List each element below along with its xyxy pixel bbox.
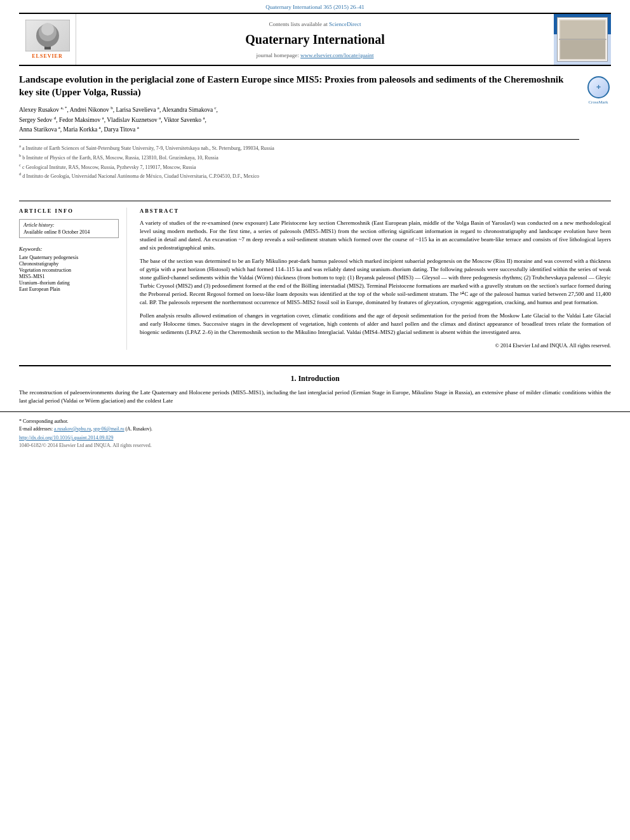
journal-homepage: journal homepage: www.elsevier.com/locat… [89,52,541,58]
introduction-section: 1. Introduction The reconstruction of pa… [0,374,630,405]
abstract-paragraph-2: The base of the section was determined t… [140,257,611,307]
journal-citation: Quaternary International 365 (2015) 26–4… [0,0,630,13]
affiliation-d: d d Instituto de Geología, Universidad N… [19,171,579,180]
science-direct-link[interactable]: ScienceDirect [329,21,361,27]
author-email-link-2[interactable]: spp-06@mail.ru [93,426,124,432]
affiliation-b: b b Institute of Physics of the Earth, R… [19,152,579,162]
journal-cover-image [559,19,607,60]
crossmark-badge: ✛ [587,76,610,98]
introduction-text: The reconstruction of paleoenvironments … [19,389,611,405]
crossmark-section[interactable]: ✛ CrossMark [586,74,611,187]
corresponding-author-note: * Corresponding author. [19,418,611,424]
header-thumbnail [557,17,608,62]
keyword-6: East European Plain [19,286,119,292]
two-column-layout: ARTICLE INFO Article history: Available … [19,201,611,350]
keyword-1: Late Quaternary pedogenesis [19,255,119,260]
elsevier-logo: ELSEVIER [19,14,76,65]
tree-icon [25,20,70,51]
svg-rect-7 [560,40,605,59]
abstract-paragraph-3: Pollen analysis results allowed estimati… [140,312,611,337]
affiliation-c: c c Geological Institute, RAS, Moscow, R… [19,162,579,171]
crossmark-label: CrossMark [588,100,608,105]
header-right-image [554,14,611,65]
affiliations: a a Institute of Earth Sciences of Saint… [19,139,579,180]
citation-text: Quaternary International 365 (2015) 26–4… [265,4,364,10]
article-title-section: Landscape evolution in the periglacial z… [19,74,611,193]
svg-rect-6 [560,20,605,39]
abstract-body: A variety of studies of the re-examined … [140,219,611,350]
authors-text: Alexey Rusakov a, *, Andrei Nikonov b, L… [19,107,218,133]
keywords-title: Keywords: [19,246,119,252]
copyright-notice: © 2014 Elsevier Ltd and INQUA. All right… [140,342,611,349]
section-separator [19,365,611,366]
footer: * Corresponding author. E-mail addresses… [0,411,630,453]
elsevier-logo-image [25,20,70,51]
svg-point-3 [41,23,54,36]
article-history-box: Article history: Available online 8 Octo… [19,219,119,238]
article-title: Landscape evolution in the periglacial z… [19,74,579,98]
elsevier-brand-text: ELSEVIER [32,53,62,59]
keyword-4: MIS5–MIS1 [19,274,119,279]
journal-title-section: Contents lists available at ScienceDirec… [76,14,554,65]
authors: Alexey Rusakov a, *, Andrei Nikonov b, L… [19,105,579,134]
homepage-link[interactable]: www.elsevier.com/locate/quaint [300,52,373,58]
article-title-container: Landscape evolution in the periglacial z… [19,74,579,187]
left-column: ARTICLE INFO Article history: Available … [19,208,127,350]
introduction-title: 1. Introduction [19,374,611,383]
keywords-section: Keywords: Late Quaternary pedogenesis Ch… [19,246,119,292]
keyword-2: Chronostratigraphy [19,261,119,267]
page: Quaternary International 365 (2015) 26–4… [0,0,630,840]
article-info-header: ARTICLE INFO [19,208,119,214]
issn-notice: 1040-6182/© 2014 Elsevier Ltd and INQUA.… [19,443,611,448]
abstract-header: ABSTRACT [140,208,611,214]
author-email-link[interactable]: a.rusakov@spbu.ru [54,426,91,432]
available-online: Available online 8 October 2014 [23,229,114,235]
keyword-3: Vegetation reconstruction [19,267,119,273]
doi-link[interactable]: http://dx.doi.org/10.1016/j.quaint.2014.… [19,435,611,441]
history-label: Article history: [23,222,114,228]
journal-title: Quaternary International [89,32,541,47]
affiliation-a: a a Institute of Earth Sciences of Saint… [19,143,579,152]
keyword-5: Uranium–thorium dating [19,280,119,286]
email-addresses: E-mail addresses: a.rusakov@spbu.ru, spp… [19,426,611,432]
right-column: ABSTRACT A variety of studies of the re-… [140,208,611,350]
abstract-paragraph-1: A variety of studies of the re-examined … [140,219,611,252]
journal-header: ELSEVIER Contents lists available at Sci… [19,13,611,66]
main-content: Landscape evolution in the periglacial z… [0,66,630,357]
contents-available: Contents lists available at ScienceDirec… [89,21,541,27]
